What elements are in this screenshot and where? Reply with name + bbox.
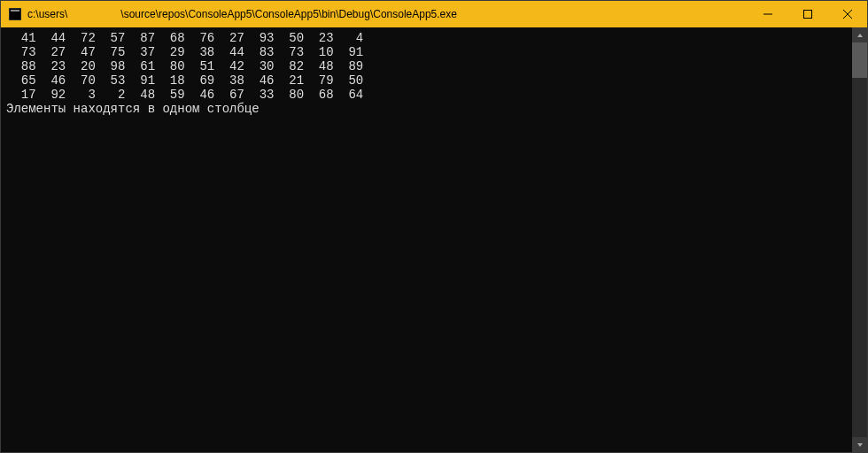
window-title-prefix: c:\users\ [27,8,67,20]
matrix-row: 65 46 70 53 91 18 69 38 46 21 79 50 [6,73,852,88]
scroll-track[interactable] [852,42,867,437]
maximize-button[interactable] [787,1,827,27]
scroll-up-button[interactable] [852,27,867,42]
svg-marker-7 [857,443,863,447]
vertical-scrollbar[interactable] [852,27,867,452]
matrix-row: 88 23 20 98 61 80 51 42 30 82 48 89 [6,59,852,73]
matrix-row: 73 27 47 75 37 29 38 44 83 73 10 91 [6,45,852,59]
svg-rect-3 [803,11,811,19]
matrix-row: 17 92 3 2 48 59 46 67 33 80 68 64 [6,88,852,102]
close-button[interactable] [827,1,867,27]
svg-marker-6 [857,34,863,37]
app-icon [8,7,22,21]
minimize-button[interactable] [748,1,787,27]
matrix-row: 41 44 72 57 87 68 76 27 93 50 23 4 [6,31,852,45]
console-window: c:\users\ \source\repos\ConsoleApp5\Cons… [0,0,868,453]
client-area: 41 44 72 57 87 68 76 27 93 50 23 4 73 27… [1,27,867,452]
console-output: 41 44 72 57 87 68 76 27 93 50 23 4 73 27… [1,27,852,452]
titlebar[interactable]: c:\users\ \source\repos\ConsoleApp5\Cons… [1,1,867,27]
scroll-thumb[interactable] [852,42,867,78]
scroll-down-button[interactable] [852,437,867,452]
svg-rect-1 [11,10,19,12]
message-line: Элементы находятся в одном столбце [6,102,852,116]
window-title-suffix: \source\repos\ConsoleApp5\ConsoleApp5\bi… [120,8,457,20]
